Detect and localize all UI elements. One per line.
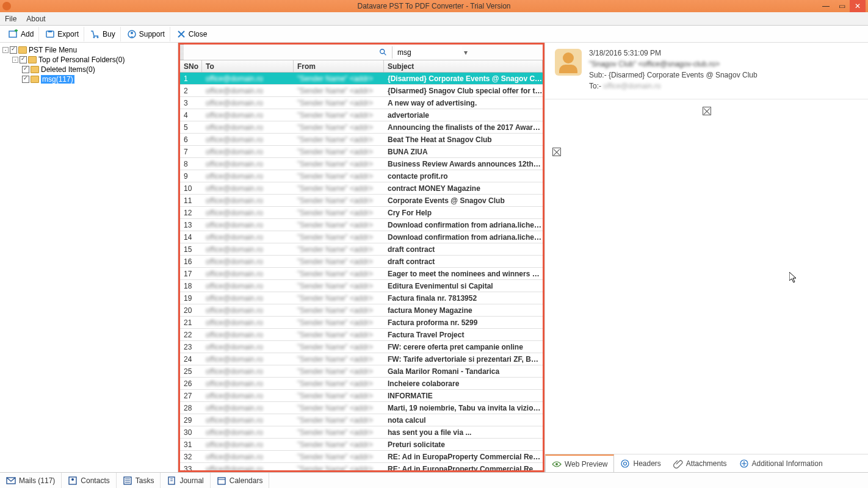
title-bar: Datavare PST To PDF Converter - Trial Ve… (0, 0, 868, 12)
table-row[interactable]: 31office@domain.ro"Sender Name" <addr>Pr… (180, 439, 543, 451)
cell-subject: contacte profit.ro (384, 172, 543, 181)
checkbox-icon[interactable] (10, 46, 17, 54)
add-button[interactable]: Add (4, 27, 39, 41)
collapse-icon[interactable]: - (12, 57, 18, 63)
table-row[interactable]: 13office@domain.ro"Sender Name" <addr>Do… (180, 219, 543, 231)
grid-body[interactable]: 1office@domain.ro"Sender Name" <addr>{Di… (180, 73, 543, 470)
svg-point-9 (621, 460, 629, 467)
support-button[interactable]: Support (122, 27, 170, 41)
table-row[interactable]: 26office@domain.ro"Sender Name" <addr>In… (180, 378, 543, 390)
cell-from: "Sender Name" <addr> (294, 428, 384, 437)
cell-from: "Sender Name" <addr> (294, 135, 384, 144)
table-row[interactable]: 17office@domain.ro"Sender Name" <addr>Ea… (180, 268, 543, 280)
contacts-icon (68, 476, 78, 486)
table-row[interactable]: 11office@domain.ro"Sender Name" <addr>Co… (180, 195, 543, 207)
table-row[interactable]: 16office@domain.ro"Sender Name" <addr>dr… (180, 256, 543, 268)
tab-additional-info[interactable]: Additional Information (733, 454, 829, 472)
btab-tasks[interactable]: Tasks (117, 473, 161, 488)
table-row[interactable]: 21office@domain.ro"Sender Name" <addr>Fa… (180, 317, 543, 329)
svg-point-6 (131, 32, 133, 34)
table-row[interactable]: 4office@domain.ro"Sender Name" <addr>adv… (180, 109, 543, 121)
table-row[interactable]: 1office@domain.ro"Sender Name" <addr>{Di… (180, 73, 543, 85)
cell-subject: {Disarmed} Snagov Club special offer for… (384, 87, 543, 95)
cell-subject: {Disarmed} Corporate Events @ Snagov Clu… (384, 74, 543, 83)
cell-to: office@domain.ro (202, 270, 294, 278)
table-row[interactable]: 3office@domain.ro"Sender Name" <addr>A n… (180, 97, 543, 109)
col-subject[interactable]: Subject (384, 60, 543, 72)
cell-to: office@domain.ro (202, 392, 294, 400)
search-icon[interactable] (377, 46, 389, 59)
btab-contacts[interactable]: Contacts (62, 473, 116, 488)
table-row[interactable]: 9office@domain.ro"Sender Name" <addr>con… (180, 170, 543, 182)
table-row[interactable]: 28office@domain.ro"Sender Name" <addr>Ma… (180, 402, 543, 414)
btab-mails[interactable]: Mails (117) (0, 473, 62, 488)
btab-calendars[interactable]: Calendars (211, 473, 270, 488)
tab-web-preview[interactable]: Web Preview (545, 454, 614, 472)
table-row[interactable]: 18office@domain.ro"Sender Name" <addr>Ed… (180, 280, 543, 292)
bottom-tabs: Mails (117) Contacts Tasks Journal Calen… (0, 472, 868, 488)
table-row[interactable]: 27office@domain.ro"Sender Name" <addr>IN… (180, 390, 543, 402)
table-row[interactable]: 29office@domain.ro"Sender Name" <addr>no… (180, 414, 543, 426)
table-row[interactable]: 33office@domain.ro"Sender Name" <addr>RE… (180, 463, 543, 470)
table-row[interactable]: 25office@domain.ro"Sender Name" <addr>Ga… (180, 365, 543, 378)
tree-top-folders[interactable]: - Top of Personal Folders(0) (1, 55, 176, 65)
cell-from: "Sender Name" <addr> (294, 184, 384, 193)
table-row[interactable]: 23office@domain.ro"Sender Name" <addr>FW… (180, 341, 543, 353)
export-button[interactable]: Export (40, 27, 84, 41)
menu-about[interactable]: About (26, 15, 45, 23)
preview-body[interactable] (545, 99, 868, 454)
table-row[interactable]: 20office@domain.ro"Sender Name" <addr>fa… (180, 304, 543, 317)
table-row[interactable]: 30office@domain.ro"Sender Name" <addr>ha… (180, 426, 543, 439)
checkbox-icon[interactable] (22, 76, 29, 83)
table-row[interactable]: 5office@domain.ro"Sender Name" <addr>Ann… (180, 121, 543, 134)
dropdown-icon[interactable]: ▾ (462, 46, 469, 59)
tree-root[interactable]: - PST File Menu (1, 45, 176, 55)
table-row[interactable]: 8office@domain.ro"Sender Name" <addr>Bus… (180, 158, 543, 170)
cell-sno: 20 (180, 306, 202, 315)
table-row[interactable]: 14office@domain.ro"Sender Name" <addr>Do… (180, 231, 543, 243)
svg-point-3 (93, 36, 95, 38)
cell-subject: contract MONEY Magazine (384, 184, 543, 193)
minimize-button[interactable]: — (818, 0, 834, 12)
tab-attachments[interactable]: Attachments (667, 454, 733, 472)
table-row[interactable]: 12office@domain.ro"Sender Name" <addr>Cr… (180, 207, 543, 219)
table-row[interactable]: 22office@domain.ro"Sender Name" <addr>Fa… (180, 329, 543, 341)
cell-to: office@domain.ro (202, 440, 294, 449)
maximize-button[interactable]: ▭ (834, 0, 850, 12)
checkbox-icon[interactable] (22, 66, 29, 73)
cell-from: "Sender Name" <addr> (294, 282, 384, 290)
cell-from: "Sender Name" <addr> (294, 440, 384, 449)
cell-sno: 28 (180, 404, 202, 412)
tasks-icon (123, 476, 132, 486)
table-row[interactable]: 24office@domain.ro"Sender Name" <addr>FW… (180, 353, 543, 365)
close-button[interactable]: ✕ (850, 0, 866, 12)
cell-from: "Sender Name" <addr> (294, 196, 384, 205)
table-row[interactable]: 10office@domain.ro"Sender Name" <addr>co… (180, 182, 543, 195)
btab-journal[interactable]: Journal (161, 473, 210, 488)
cell-from: "Sender Name" <addr> (294, 245, 384, 254)
table-row[interactable]: 15office@domain.ro"Sender Name" <addr>dr… (180, 243, 543, 256)
table-row[interactable]: 2office@domain.ro"Sender Name" <addr>{Di… (180, 85, 543, 97)
col-from[interactable]: From (294, 60, 384, 72)
collapse-icon[interactable]: - (2, 47, 9, 53)
menu-file[interactable]: File (5, 15, 16, 23)
tree-msg[interactable]: msg(117) (1, 74, 176, 84)
close-app-button[interactable]: Close (172, 27, 212, 41)
table-row[interactable]: 6office@domain.ro"Sender Name" <addr>Bea… (180, 134, 543, 146)
checkbox-icon[interactable] (20, 56, 27, 63)
cell-sno: 18 (180, 282, 202, 290)
col-sno[interactable]: SNo (180, 60, 202, 72)
buy-button[interactable]: Buy (85, 27, 121, 41)
cell-from: "Sender Name" <addr> (294, 404, 384, 412)
table-row[interactable]: 32office@domain.ro"Sender Name" <addr>RE… (180, 451, 543, 463)
table-row[interactable]: 19office@domain.ro"Sender Name" <addr>Fa… (180, 292, 543, 304)
search-input[interactable] (395, 46, 462, 59)
col-to[interactable]: To (202, 60, 294, 72)
plus-circle-icon (739, 459, 749, 468)
cell-sno: 1 (180, 74, 202, 83)
tree-deleted-items[interactable]: Deleted Items(0) (1, 65, 176, 74)
cell-subject: Incheiere colaborare (384, 379, 543, 388)
table-row[interactable]: 7office@domain.ro"Sender Name" <addr>BUN… (180, 146, 543, 158)
tab-headers[interactable]: Headers (614, 454, 667, 472)
cell-sno: 31 (180, 440, 202, 449)
